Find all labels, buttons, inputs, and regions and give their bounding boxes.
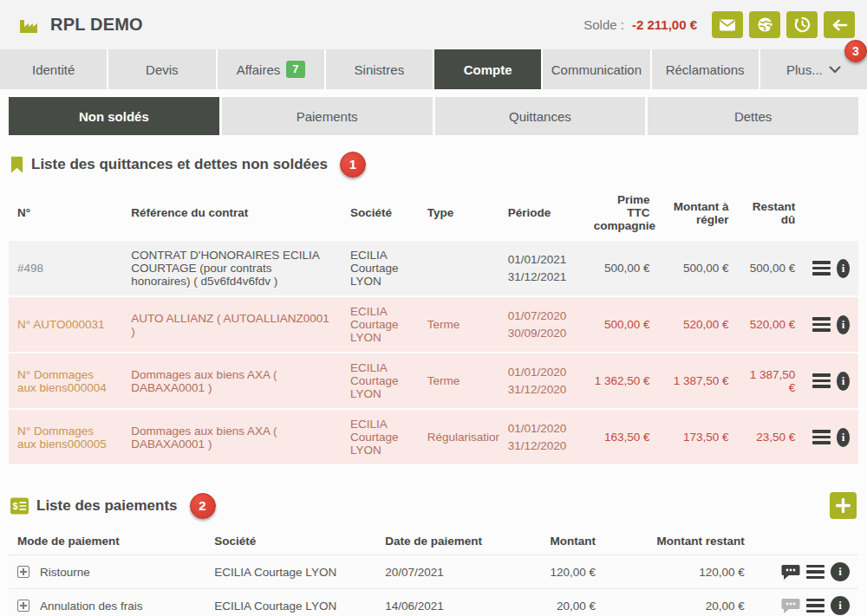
- row-menu-icon[interactable]: [812, 373, 831, 388]
- prime-ttc: 1 362,50 €: [585, 353, 659, 409]
- info-icon[interactable]: i: [837, 372, 850, 391]
- history-button[interactable]: [786, 11, 818, 38]
- paiements-title: Liste des paiements: [36, 497, 178, 515]
- montant-restant: 20,00 €: [604, 589, 753, 616]
- payment-row[interactable]: Annulation des frais ECILIA Courtage LYO…: [9, 589, 858, 616]
- payment-list-icon: $: [10, 497, 29, 515]
- col-mode: Mode de paiement: [9, 528, 205, 555]
- balance-value: -2 211,00 €: [632, 17, 697, 32]
- quittance-number[interactable]: N° AUTO000031: [9, 296, 122, 353]
- contract-reference: CONTRAT D'HONORAIRES ECILIA COURTAGE (po…: [122, 240, 342, 296]
- quittance-row[interactable]: #498 CONTRAT D'HONORAIRES ECILIA COURTAG…: [9, 240, 858, 296]
- tab-devis[interactable]: Devis: [108, 49, 215, 89]
- tab-reclamations[interactable]: Réclamations: [652, 49, 759, 89]
- periode: 01/01/2020 31/12/2020: [499, 353, 585, 409]
- subtab-quittances[interactable]: Quittances: [435, 97, 646, 135]
- tab-label: Réclamations: [666, 62, 745, 77]
- type: Terme: [419, 353, 499, 409]
- col-numero: N°: [9, 186, 122, 240]
- subtab-label: Paiements: [297, 109, 358, 124]
- row-menu-icon[interactable]: [812, 430, 831, 444]
- societe: ECILIA Courtage LYON: [342, 409, 419, 465]
- info-icon[interactable]: i: [831, 596, 850, 615]
- montant-restant: 120,00 €: [604, 555, 753, 589]
- period-end: 31/12/2020: [508, 438, 577, 455]
- col-montant: Montant à régler: [659, 186, 738, 240]
- prime-ttc: 163,50 €: [585, 409, 659, 465]
- col-actions: [804, 186, 858, 240]
- quittance-row[interactable]: N° Dommages aux biens000005 Dommages aux…: [9, 409, 858, 465]
- tab-affaires[interactable]: Affaires 7: [218, 49, 324, 89]
- quittance-number: #498: [9, 240, 122, 296]
- col-type: Type: [419, 186, 499, 240]
- globe-button[interactable]: [749, 11, 780, 38]
- quittance-number[interactable]: N° Dommages aux biens000005: [9, 409, 122, 465]
- col-societe: Société: [205, 528, 376, 555]
- info-icon[interactable]: i: [837, 315, 850, 334]
- payment-row[interactable]: Ristourne ECILIA Courtage LYON 20/07/202…: [9, 555, 858, 589]
- tab-sinistres[interactable]: Sinistres: [326, 49, 433, 89]
- tab-identite[interactable]: Identité: [0, 49, 107, 89]
- col-actions: [753, 528, 858, 555]
- quittances-title: Liste des quittances et dettes non soldé…: [31, 156, 328, 173]
- row-menu-icon[interactable]: [806, 599, 825, 613]
- restant-du: 500,00 €: [738, 240, 805, 296]
- type: Terme: [419, 296, 499, 353]
- comment-icon[interactable]: [781, 598, 800, 614]
- row-menu-icon[interactable]: [806, 565, 825, 580]
- expand-icon[interactable]: [17, 600, 29, 612]
- chevron-down-icon: [829, 66, 841, 74]
- period-end: 31/12/2020: [508, 381, 577, 399]
- col-restant: Restant dû: [738, 186, 805, 240]
- annotation-callout-2: 2: [190, 493, 216, 519]
- periode: 01/01/2021 31/12/2021: [499, 240, 585, 296]
- quittance-number[interactable]: N° Dommages aux biens000004: [9, 353, 122, 409]
- comment-icon[interactable]: [781, 564, 800, 580]
- paiements-header-row: Mode de paiement Société Date de paiemen…: [9, 528, 858, 555]
- period-end: 31/12/2021: [508, 269, 577, 286]
- mail-button[interactable]: [712, 11, 743, 38]
- payment-mode: Annulation des frais: [40, 600, 143, 613]
- tab-label: Compte: [464, 62, 512, 77]
- payment-date: 20/07/2021: [376, 555, 494, 589]
- bookmark-icon: [10, 156, 23, 173]
- svg-text:$: $: [13, 500, 18, 510]
- col-reference: Référence du contrat: [122, 186, 342, 240]
- sub-tab-bar: Non soldés Paiements Quittances Dettes: [9, 97, 858, 135]
- quittance-row[interactable]: N° AUTO000031 AUTO ALLIANZ ( AUTOALLIANZ…: [9, 296, 858, 353]
- payment-mode: Ristourne: [40, 566, 90, 579]
- add-payment-button[interactable]: [830, 492, 857, 519]
- info-icon[interactable]: i: [837, 428, 850, 447]
- subtab-non-soldes[interactable]: Non soldés: [9, 97, 219, 135]
- tab-label: Identité: [32, 62, 75, 77]
- period-start: 01/01/2020: [508, 364, 577, 381]
- back-arrow-icon: [831, 18, 848, 32]
- quittances-table: N° Référence du contrat Société Type Pér…: [9, 186, 858, 466]
- col-date: Date de paiement: [376, 528, 494, 555]
- col-societe: Société: [342, 186, 419, 240]
- quittance-row[interactable]: N° Dommages aux biens000004 Dommages aux…: [9, 353, 858, 409]
- back-button[interactable]: [824, 11, 855, 38]
- notification-badge: 3: [844, 40, 867, 62]
- info-icon[interactable]: i: [831, 562, 850, 581]
- page-title: RPL DEMO: [50, 15, 143, 35]
- row-menu-icon[interactable]: [812, 317, 831, 332]
- periode: 01/07/2020 30/09/2020: [499, 296, 585, 353]
- expand-icon[interactable]: [17, 566, 29, 578]
- info-icon[interactable]: i: [837, 259, 850, 278]
- affaires-count-badge: 7: [286, 61, 304, 78]
- montant: 120,00 €: [495, 555, 604, 589]
- prime-ttc: 500,00 €: [585, 240, 659, 296]
- col-montant-restant: Montant restant: [604, 528, 753, 555]
- montant: 20,00 €: [495, 589, 604, 616]
- tab-compte[interactable]: Compte: [434, 49, 541, 89]
- subtab-paiements[interactable]: Paiements: [222, 97, 433, 135]
- contract-reference: AUTO ALLIANZ ( AUTOALLIANZ0001 ): [122, 296, 342, 353]
- main-tab-bar: Identité Devis Affaires 7 Sinistres Comp…: [0, 49, 867, 89]
- balance-label: Solde :: [583, 17, 624, 32]
- subtab-dettes[interactable]: Dettes: [648, 97, 858, 135]
- factory-icon: [17, 15, 40, 36]
- row-menu-icon[interactable]: [812, 261, 831, 276]
- tab-label: Devis: [146, 62, 179, 77]
- tab-communication[interactable]: Communication: [543, 49, 649, 89]
